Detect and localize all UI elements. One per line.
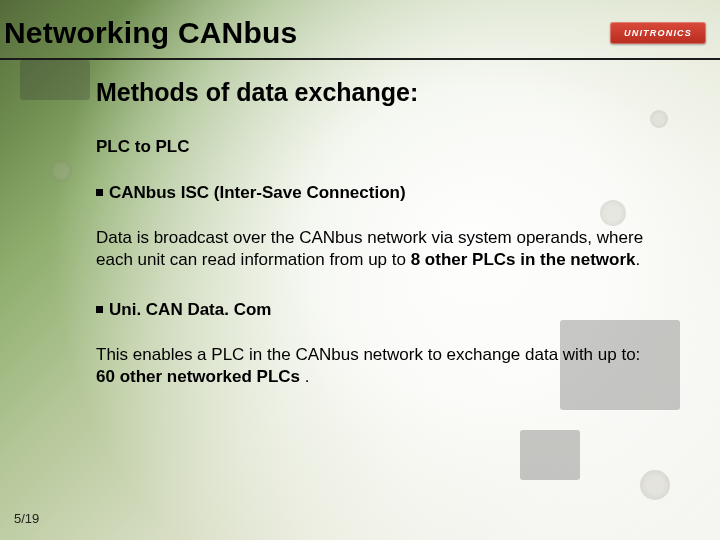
slide: Networking CANbus UNITRONICS Methods of … <box>0 0 720 540</box>
subtitle: Methods of data exchange: <box>96 78 670 107</box>
brand-logo: UNITRONICS <box>610 22 706 44</box>
paragraph-2: This enables a PLC in the CANbus network… <box>96 344 656 389</box>
paragraph-1: Data is broadcast over the CANbus networ… <box>96 227 656 272</box>
bullet-2-text: Uni. CAN Data. Com <box>109 300 271 320</box>
bullet-item-1: CANbus ISC (Inter-Save Connection) <box>96 183 670 203</box>
para1-post: . <box>636 250 641 269</box>
content-area: Methods of data exchange: PLC to PLC CAN… <box>96 78 670 417</box>
para2-post: . <box>300 367 309 386</box>
bullet-square-icon <box>96 189 103 196</box>
bullet-1-text: CANbus ISC (Inter-Save Connection) <box>109 183 406 203</box>
brand-logo-text: UNITRONICS <box>624 28 692 38</box>
bullet-item-2: Uni. CAN Data. Com <box>96 300 670 320</box>
title-bar: Networking CANbus UNITRONICS <box>0 8 720 58</box>
para2-pre: This enables a PLC in the CANbus network… <box>96 345 640 364</box>
para1-strong: 8 other PLCs in the network <box>411 250 636 269</box>
slide-title: Networking CANbus <box>4 16 297 50</box>
para2-strong: 60 other networked PLCs <box>96 367 300 386</box>
section-heading: PLC to PLC <box>96 137 670 157</box>
bullet-square-icon <box>96 306 103 313</box>
title-divider <box>0 58 720 60</box>
page-number: 5/19 <box>14 511 39 526</box>
